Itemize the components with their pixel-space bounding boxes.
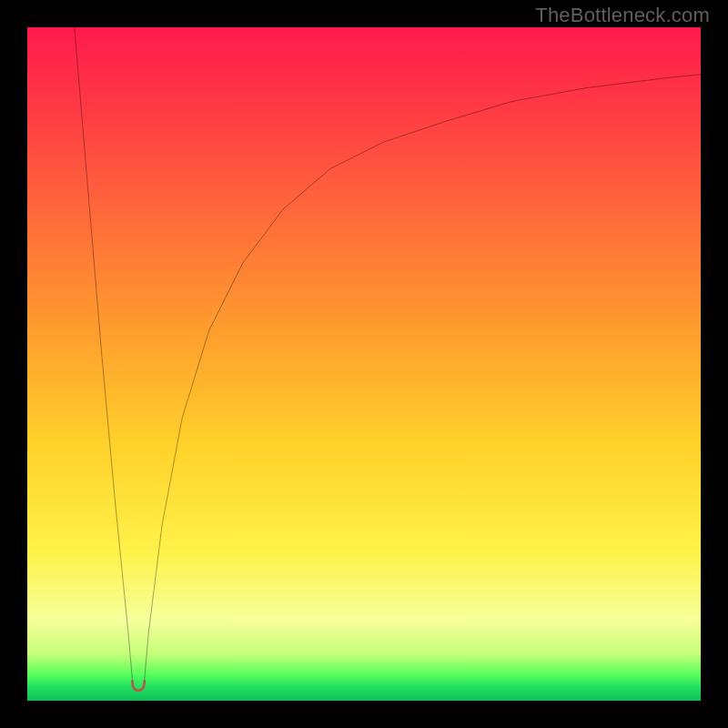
chart-frame: TheBottleneck.com <box>0 0 728 728</box>
curve-svg <box>27 27 701 701</box>
plot-area <box>27 27 701 701</box>
watermark-text: TheBottleneck.com <box>535 4 710 27</box>
dip-marker <box>132 681 144 691</box>
curve-right-branch <box>144 75 701 687</box>
curve-left-branch <box>75 27 133 687</box>
